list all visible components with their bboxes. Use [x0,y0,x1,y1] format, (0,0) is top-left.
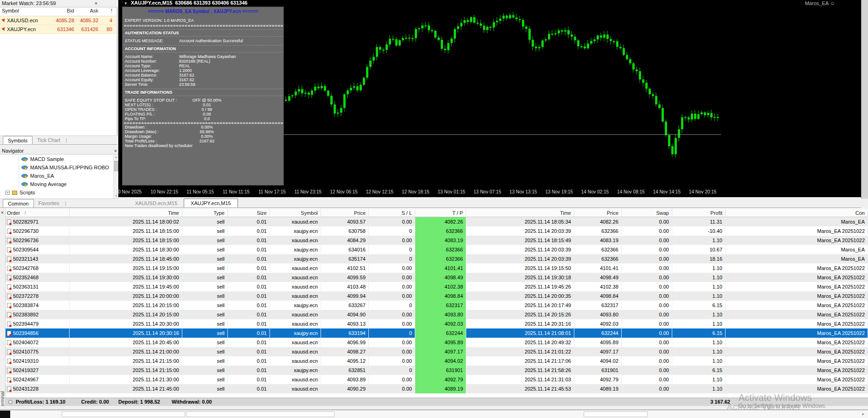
tab-xaujpy-chart[interactable]: XAUJPY.ecn,M15 [184,199,238,207]
col-order[interactable]: Order/ [6,209,70,217]
cell-symbol: xauusd.ecn [270,291,321,301]
cell-comment: Maros_EA 20251022 [726,338,868,347]
ea-message: New Trades disallowed by scheduler [122,143,283,148]
order-row[interactable]: 5024107752025.11.14 21:00:00sell0.01xauu… [6,347,868,356]
expand-icon[interactable]: + [6,191,10,195]
order-row[interactable]: 5023095442025.11.14 18:30:00sell0.01xauj… [6,245,868,254]
order-row[interactable]: 5023722782025.11.14 20:00:00sell0.01xauu… [6,291,868,301]
ea-field-label: Drawdown (Max) : [125,129,159,134]
order-number: 502296736 [13,236,39,245]
order-row[interactable]: 5023211432025.11.14 18:45:00sell0.01xauj… [6,254,868,264]
col-open-price[interactable]: Price [321,209,369,217]
order-row[interactable]: 5024312282025.11.14 21:45:00sell0.01xauu… [6,384,868,393]
order-row[interactable]: 5023944792025.11.14 20:30:00sell0.01xauu… [6,319,868,328]
cell-size: 0.01 [228,366,270,375]
scrollbar-thumb[interactable] [114,161,118,171]
col-bid[interactable]: Bid [43,8,74,16]
cell-comment: Maros_EA 20251022 [726,347,868,356]
navigator-item[interactable]: Maros_EA [0,172,113,180]
closed-order-icon [7,331,11,336]
tab-tick-chart[interactable]: Tick Chart [32,136,65,144]
cell-size: 0.01 [228,301,270,310]
order-row[interactable]: 5022967362025.11.14 18:15:00sell0.01xauu… [6,236,868,245]
tab-common[interactable]: Common [3,199,34,207]
cell-tp: 632366 [415,245,466,254]
cell-profit: 1.10 [672,384,726,393]
time-axis-label: 10 Nov 2025 [116,189,142,194]
navigator-item[interactable]: MANSA MUSSA-FLIPPING ROBO [0,163,113,172]
order-row[interactable]: 5024193272025.11.14 21:15:00sell0.01xauj… [6,366,868,375]
col-open-time[interactable]: Time [70,209,182,217]
taskbar-window-2[interactable] [186,412,334,417]
order-row[interactable]: 5022967302025.11.14 18:15:00sell0.01xauj… [6,226,868,236]
taskbar-window-3[interactable] [584,412,648,417]
col-symbol[interactable]: Symbol [0,8,43,16]
summary-credit: Credit: 0.00 [81,399,109,405]
cell-profit: 1.10 [672,236,726,245]
cell-open-price: 4096.99 [321,338,369,347]
cell-tp: 4098.84 [415,291,466,301]
col-spread[interactable]: ! [98,8,114,16]
cell-comment: Maros_EA [726,245,868,254]
market-watch-row[interactable]: XAUUSD.ecn 4085.28 4085.32 4 [0,16,116,25]
tab-symbols[interactable]: Symbols [3,136,32,144]
symbol-cell: XAUJPY.ecn [0,26,43,32]
col-symbol[interactable]: Symbol [270,209,321,217]
cell-close-time: 2025.11.14 18:05:34 [466,217,574,226]
cell-symbol: xaujpy.ecn [270,254,321,264]
col-profit[interactable]: Profit [672,209,726,217]
order-row[interactable]: 5022829712025.11.14 18:00:02sell0.01xauu… [6,217,868,226]
col-type[interactable]: Type [182,209,228,217]
tray-arrow-icon[interactable]: ▸ [862,412,864,416]
col-comment[interactable]: Con [726,209,868,217]
order-row[interactable]: 5024249672025.11.14 21:30:00sell0.01xauu… [6,375,868,384]
col-tp[interactable]: T / P [415,209,466,217]
expert-advisor-icon [21,182,28,187]
cell-order: 502363131 [6,282,70,291]
navigator-item[interactable]: MACD Sample [0,155,113,163]
order-number: 502383874 [13,301,39,310]
navigator-item-scripts[interactable]: + Scripts [0,188,113,197]
cell-open-time: 2025.11.14 18:45:00 [70,254,182,264]
cell-comment: Maros_EA 20251022 [726,328,868,338]
cell-symbol: xauusd.ecn [270,356,321,366]
taskbar[interactable]: ▸ [0,410,868,418]
order-row[interactable]: 5023838922025.11.14 20:15:00sell0.01xauu… [6,310,868,319]
col-close-time[interactable]: Time [466,209,574,217]
chart-right-strip[interactable] [861,0,868,199]
order-row[interactable]: 5023838742025.11.14 20:15:00sell0.01xauj… [6,301,868,310]
symbol-name: XAUUSD.ecn [7,18,38,23]
cell-profit: -10.40 [672,226,726,236]
order-row[interactable]: 5024193102025.11.14 21:15:00sell0.01xauu… [6,356,868,366]
order-row[interactable]: 5024040722025.11.14 20:45:00sell0.01xauu… [6,338,868,347]
ea-field: Total Profit/Loss :2167.62 [122,139,283,143]
col-ask[interactable]: Ask [74,8,98,16]
close-icon[interactable]: × [93,0,99,6]
cell-comment: Maros_EA 20251022 [726,282,868,291]
col-swap[interactable]: Swap [622,209,672,217]
cell-sl: 0 [369,301,415,310]
order-row[interactable]: 5023524682025.11.14 19:30:00sell0.01xauu… [6,273,868,282]
col-size[interactable]: Size [228,209,270,217]
collapse-icon[interactable]: ▼ [124,1,128,6]
col-close-price[interactable]: Price [574,209,622,217]
chart-window[interactable]: ▼ XAUJPY.ecn,M15 630686 631393 630406 63… [118,0,861,197]
cell-open-time: 2025.11.14 20:15:00 [70,301,182,310]
order-row[interactable]: 5023427682025.11.14 19:15:00sell0.01xauu… [6,264,868,273]
navigator-item[interactable]: Moving Average [0,180,113,188]
market-watch-row[interactable]: XAUJPY.ecn 631346 631426 80 [0,25,116,34]
col-sl[interactable]: S / L [369,209,415,217]
close-icon[interactable]: × [1,210,4,215]
order-row[interactable]: 5023948562025.11.14 20:30:16sell0.01xauj… [6,328,868,338]
cell-sl: 0.00 [369,356,415,366]
taskbar-start-button[interactable] [0,411,10,418]
tab-favorites[interactable]: Favorites [34,199,64,207]
summary-balance: 3 167.62 [678,399,730,405]
tab-xauusd-chart[interactable]: XAUUSD.ecn,M15 [129,199,184,207]
summary-withdrawal: Withdrawal: 0.00 [172,399,212,405]
close-icon[interactable]: × [113,148,118,154]
cell-comment: Maros_EA 20251022 [726,264,868,273]
closed-order-icon [7,340,11,345]
taskbar-window-1[interactable] [62,412,185,417]
order-row[interactable]: 5023631312025.11.14 19:45:00sell0.01xauu… [6,282,868,291]
